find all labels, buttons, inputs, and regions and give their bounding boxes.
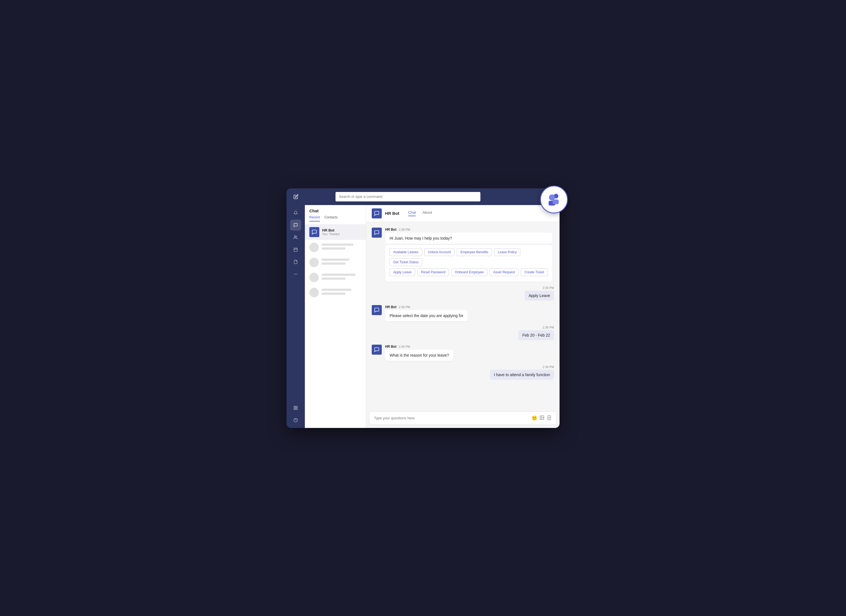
quick-reply-onboard-employee[interactable]: Onboard Employee [451,268,487,276]
message-text-1: Hi Juan, How may I help you today? [389,236,452,241]
svg-rect-9 [296,406,297,408]
skeleton-lines [322,243,361,251]
chat-tabs: Recent Contacts [305,213,366,221]
quick-reply-apply-leave[interactable]: Apply Leave [389,268,415,276]
svg-point-15 [541,417,541,417]
quick-reply-available-leaves[interactable]: Available Leaves [389,248,422,256]
quick-replies-row-1: Available Leaves Unlock Account Employee… [389,248,548,266]
skeleton-line-2 [322,258,350,261]
svg-point-5 [294,274,295,274]
sidebar-item-files[interactable] [290,256,301,267]
skeleton-avatar-3 [309,273,319,282]
message-meta-3: HR Bot 2:36 PM [385,345,453,349]
search-input[interactable] [339,195,477,199]
message-meta-1: HR Bot 2:36 PM [385,227,552,232]
sidebar-item-more[interactable] [290,268,301,280]
sidebar-item-apps[interactable] [290,402,301,414]
message-text-3: What is the reason for your leave? [389,353,449,358]
chat-item-name: HR Bot [322,228,361,232]
message-bubble-3: What is the reason for your leave? [385,350,453,361]
svg-point-7 [297,274,297,274]
quick-reply-unlock-account[interactable]: Unlock Account [424,248,455,256]
bot-message-row-3: HR Bot 2:36 PM What is the reason for yo… [372,345,554,361]
image-icon[interactable] [539,415,545,421]
message-text-2: Please select the date you are applying … [389,314,463,318]
user-message-wrapper-3: 2:36 PM I have to attend a family functi… [490,365,554,380]
search-bar[interactable] [335,192,480,201]
attach-icon[interactable] [547,415,552,421]
user-message-bubble-1: Apply Leave [525,290,554,301]
tab-chat[interactable]: Chat [408,210,416,216]
quick-reply-get-ticket-status[interactable]: Get Ticket Status [389,258,422,266]
user-message-bubble-3: I have to attend a family function [490,370,554,380]
message-time-1: 2:36 PM [399,228,410,231]
sidebar-item-chat[interactable] [290,220,301,231]
skeleton-item-3 [305,270,366,285]
bot-message-row-1: HR Bot 2:36 PM Hi Juan, How may I help y… [372,227,554,282]
quick-reply-reset-password[interactable]: Reset Password [417,268,449,276]
tab-contacts[interactable]: Contacts [325,216,338,221]
tab-about[interactable]: About [423,210,432,216]
chat-panel: Chat Recent Contacts HR Bot You: Than [305,205,366,428]
bot-message-row-2: HR Bot 2:36 PM Please select the date yo… [372,305,554,321]
tab-recent[interactable]: Recent [309,216,320,221]
message-bubble-2: Please select the date you are applying … [385,310,468,321]
skeleton-line-3 [322,274,355,276]
svg-rect-1 [294,248,297,251]
skeleton-lines-3 [322,274,361,282]
sidebar-item-calendar[interactable] [290,244,301,255]
chat-bot-name: HR Bot [385,211,400,216]
bot-avatar-small [309,227,319,237]
user-message-bubble-2: Feb 20 - Feb 22 [518,330,554,340]
user-message-time-3: 2:36 PM [490,365,554,369]
user-message-text-2: Feb 20 - Feb 22 [522,333,550,337]
quick-replies-row-2: Apply Leave Reset Password Onboard Emplo… [389,268,548,276]
skeleton-avatar-4 [309,288,319,297]
skeleton-item-2 [305,255,366,270]
skeleton-avatar-2 [309,258,319,267]
quick-reply-create-ticket[interactable]: Create Ticket [521,268,548,276]
chat-input[interactable] [374,416,529,420]
skeleton-line [322,243,353,246]
emoji-icon[interactable]: 🙂 [532,415,537,421]
user-message-wrapper-1: 2:36 PM Apply Leave [525,286,554,301]
top-bar [286,188,560,205]
sidebar-item-people[interactable] [290,232,301,243]
message-sender-2: HR Bot [385,305,397,309]
bot-avatar-msg2 [372,305,382,315]
skeleton-lines-2 [322,258,361,266]
sidebar-item-help[interactable] [290,415,301,426]
chat-panel-title: Chat [309,208,319,213]
quick-replies: Available Leaves Unlock Account Employee… [385,245,552,282]
chat-input-area: 🙂 [370,412,556,425]
teams-app-window: Chat Recent Contacts HR Bot You: Than [286,188,560,428]
chat-main-tabs: Chat About [408,210,432,216]
quick-reply-leave-policy[interactable]: Leave Policy [494,248,520,256]
message-time-2: 2:36 PM [399,305,410,309]
quick-reply-asset-request[interactable]: Asset Request [490,268,518,276]
message-sender-1: HR Bot [385,227,397,232]
sidebar-item-notifications[interactable] [290,207,301,219]
user-message-row-1: 2:36 PM Apply Leave [372,286,554,301]
svg-point-6 [295,274,296,274]
svg-rect-23 [552,199,559,204]
svg-rect-8 [294,406,295,408]
quick-reply-employee-benefits[interactable]: Employee Benefits [457,248,492,256]
skeleton-line-short-3 [322,277,345,280]
chat-list-item-hrbot[interactable]: HR Bot You: Thanks! [305,224,366,240]
skeleton-lines-4 [322,289,361,296]
skeleton-line-short-4 [322,293,345,295]
svg-rect-11 [294,408,295,409]
message-bubble-1: Hi Juan, How may I help you today? [385,233,552,244]
message-time-3: 2:36 PM [399,345,410,348]
user-message-time-1: 2:36 PM [525,286,554,289]
chat-item-preview: You: Thanks! [322,232,361,236]
bot-avatar-msg1 [372,227,382,238]
edit-icon[interactable] [291,192,301,202]
user-message-text-1: Apply Leave [529,293,550,298]
bot-avatar-msg3 [372,345,382,355]
bot-message-content-3: HR Bot 2:36 PM What is the reason for yo… [385,345,453,361]
bot-message-content-1: HR Bot 2:36 PM Hi Juan, How may I help y… [385,227,552,282]
chat-panel-header: Chat [305,205,366,213]
user-message-row-3: 2:36 PM I have to attend a family functi… [372,365,554,380]
